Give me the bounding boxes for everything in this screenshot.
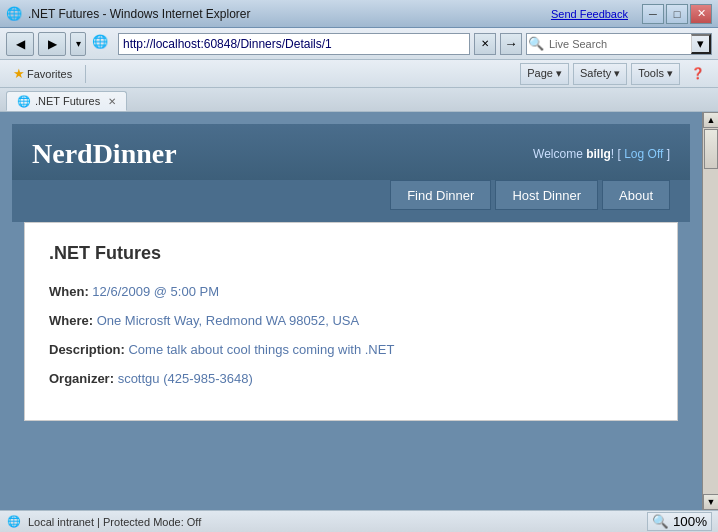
- ie-window-icon: 🌐: [6, 6, 22, 22]
- dinner-title: .NET Futures: [49, 243, 653, 264]
- live-search-input[interactable]: [611, 38, 691, 50]
- scroll-up-button[interactable]: ▲: [703, 112, 718, 128]
- welcome-username: billg: [586, 147, 611, 161]
- address-bar: ◀ ▶ ▾ 🌐 ✕ → 🔍 Live Search ▾: [0, 28, 718, 60]
- nd-welcome: Welcome billg! [ Log Off ]: [533, 147, 670, 161]
- description-value: Come talk about cool things coming with …: [128, 342, 394, 357]
- status-right: 🔍 100%: [647, 512, 712, 531]
- where-value: One Microsft Way, Redmond WA 98052, USA: [97, 313, 360, 328]
- logoff-link[interactable]: Log Off: [624, 147, 663, 161]
- organizer-value: scottgu (425-985-3648): [118, 371, 253, 386]
- favorites-star: ★: [13, 66, 25, 81]
- page-menu[interactable]: Page ▾: [520, 63, 569, 85]
- close-button[interactable]: ✕: [690, 4, 712, 24]
- where-label: Where:: [49, 313, 93, 328]
- nd-nav: Find Dinner Host Dinner About: [12, 180, 690, 222]
- maximize-button[interactable]: □: [666, 4, 688, 24]
- tab-bar: 🌐 .NET Futures ✕: [0, 88, 718, 112]
- tab-ie-icon: 🌐: [17, 95, 31, 108]
- window-controls: ─ □ ✕: [642, 4, 712, 24]
- live-search-label: Live Search: [545, 38, 611, 50]
- window-title: .NET Futures - Windows Internet Explorer: [28, 7, 545, 21]
- nerd-dinner-page: NerdDinner Welcome billg! [ Log Off ] Fi…: [12, 124, 690, 498]
- dinner-organizer-field: Organizer: scottgu (425-985-3648): [49, 371, 653, 386]
- organizer-label: Organizer:: [49, 371, 114, 386]
- safety-menu[interactable]: Safety ▾: [573, 63, 627, 85]
- refresh-button[interactable]: ✕: [474, 33, 496, 55]
- status-icon: 🌐: [6, 514, 22, 530]
- tools-menu[interactable]: Tools ▾: [631, 63, 680, 85]
- browser-content: NerdDinner Welcome billg! [ Log Off ] Fi…: [0, 112, 718, 510]
- dinner-description-field: Description: Come talk about cool things…: [49, 342, 653, 357]
- search-go-button[interactable]: ▾: [691, 34, 711, 54]
- nd-header: NerdDinner Welcome billg! [ Log Off ]: [12, 124, 690, 180]
- tab-label: .NET Futures: [35, 95, 100, 107]
- back-button[interactable]: ◀: [6, 32, 34, 56]
- host-dinner-button[interactable]: Host Dinner: [495, 180, 598, 210]
- page-area: NerdDinner Welcome billg! [ Log Off ] Fi…: [0, 112, 702, 510]
- toolbar-separator: [85, 65, 86, 83]
- favorites-button[interactable]: ★ Favorites: [6, 63, 79, 85]
- title-bar: 🌐 .NET Futures - Windows Internet Explor…: [0, 0, 718, 28]
- description-label: Description:: [49, 342, 125, 357]
- nd-logo: NerdDinner: [32, 138, 177, 170]
- logoff-bracket: ]: [663, 147, 670, 161]
- ie-logo: 🌐: [92, 34, 112, 54]
- status-bar: 🌐 Local intranet | Protected Mode: Off 🔍…: [0, 510, 718, 532]
- help-button[interactable]: ❓: [684, 63, 712, 85]
- go-button[interactable]: →: [500, 33, 522, 55]
- send-feedback-link[interactable]: Send Feedback: [551, 8, 628, 20]
- about-button[interactable]: About: [602, 180, 670, 210]
- tab-close-icon[interactable]: ✕: [108, 96, 116, 107]
- zoom-button[interactable]: 🔍 100%: [647, 512, 712, 531]
- dropdown-button[interactable]: ▾: [70, 32, 86, 56]
- toolbar-right: Page ▾ Safety ▾ Tools ▾ ❓: [520, 63, 712, 85]
- live-search-icon: 🔍: [527, 35, 545, 53]
- scrollbar[interactable]: ▲ ▼: [702, 112, 718, 510]
- toolbar: ★ Favorites Page ▾ Safety ▾ Tools ▾ ❓: [0, 60, 718, 88]
- scroll-thumb[interactable]: [704, 129, 718, 169]
- when-label: When:: [49, 284, 89, 299]
- dinner-when-field: When: 12/6/2009 @ 5:00 PM: [49, 284, 653, 299]
- welcome-suffix: ! [: [611, 147, 621, 161]
- find-dinner-button[interactable]: Find Dinner: [390, 180, 491, 210]
- live-search-box: 🔍 Live Search ▾: [526, 33, 712, 55]
- minimize-button[interactable]: ─: [642, 4, 664, 24]
- forward-button[interactable]: ▶: [38, 32, 66, 56]
- favorites-label: Favorites: [27, 68, 72, 80]
- nd-content: .NET Futures When: 12/6/2009 @ 5:00 PM W…: [24, 222, 678, 421]
- welcome-text: Welcome: [533, 147, 586, 161]
- status-text: Local intranet | Protected Mode: Off: [28, 516, 641, 528]
- dinner-where-field: Where: One Microsft Way, Redmond WA 9805…: [49, 313, 653, 328]
- scroll-down-button[interactable]: ▼: [703, 494, 718, 510]
- address-input[interactable]: [118, 33, 470, 55]
- tab-net-futures[interactable]: 🌐 .NET Futures ✕: [6, 91, 127, 111]
- when-value: 12/6/2009 @ 5:00 PM: [92, 284, 219, 299]
